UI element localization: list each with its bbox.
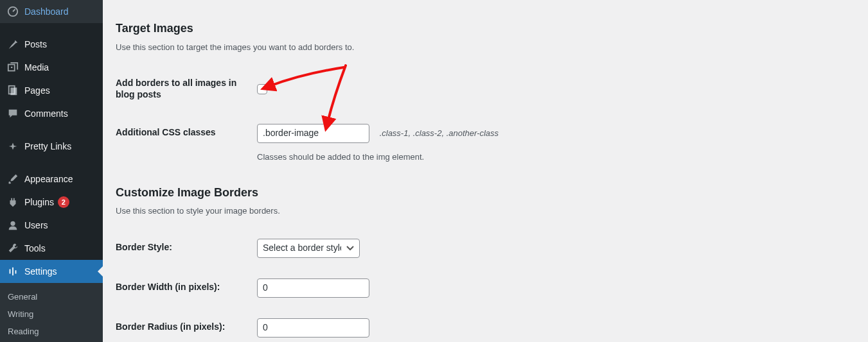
settings-submenu: General Writing Reading Discussion [0,283,103,342]
target-images-table: Add borders to all images in blog posts … [116,64,855,171]
sidebar-item-label: Settings [24,266,57,277]
hint-css-examples: .class-1, .class-2, .another-class [380,128,499,138]
section-heading-customize: Customize Image Borders [116,186,855,200]
checkbox-all-images[interactable] [257,84,267,94]
sidebar-item-settings[interactable]: Settings [0,260,103,283]
comment-icon [6,107,19,120]
section-heading-target: Target Images [116,22,855,35]
sidebar-item-label: Plugins [24,197,54,207]
page-icon [6,84,19,97]
settings-icon [6,265,19,278]
submenu-item-reading[interactable]: Reading [0,323,103,340]
section-desc-target: Use this section to target the images yo… [116,42,855,52]
submenu-label: Reading [8,327,39,336]
dashboard-icon [6,5,19,18]
input-css-classes[interactable] [257,124,369,143]
label-border-style: Border Style: [116,228,251,268]
sidebar-item-label: Pretty Links [24,141,71,151]
user-icon [6,219,19,232]
submenu-label: Writing [8,309,33,319]
sidebar-item-users[interactable]: Users [0,214,103,237]
sidebar-item-media[interactable]: Media [0,56,103,79]
label-add-borders-all: Add borders to all images in blog posts [116,64,251,113]
sidebar-item-label: Media [24,62,49,73]
sidebar-item-appearance[interactable]: Appearance [0,167,103,191]
sidebar-item-dashboard[interactable]: Dashboard [0,0,103,23]
hint-css-note: Classes should be added to the img eleme… [257,152,849,162]
select-border-style[interactable]: Select a border style... [257,239,360,258]
sidebar-item-label: Appearance [24,174,73,184]
sidebar-item-label: Tools [24,243,46,253]
sidebar-item-posts[interactable]: Posts [0,33,103,56]
sidebar-item-pages[interactable]: Pages [0,79,103,102]
sidebar-item-label: Users [24,220,48,230]
sidebar-item-plugins[interactable]: Plugins 2 [0,191,103,214]
input-border-width[interactable] [257,278,369,298]
sidebar-item-label: Dashboard [24,6,69,17]
sidebar-item-label: Comments [24,108,68,119]
submenu-label: General [8,292,37,302]
pin-icon [6,38,19,51]
label-border-radius: Border Radius (in pixels): [116,308,251,342]
section-desc-customize: Use this section to style your image bor… [116,206,855,216]
customize-borders-table: Border Style: Select a border style... B… [116,228,855,342]
submenu-item-writing[interactable]: Writing [0,305,103,323]
sidebar-item-comments[interactable]: Comments [0,102,103,125]
sidebar-item-label: Posts [24,39,47,49]
media-icon [6,61,19,74]
brush-icon [6,173,19,185]
settings-page: Target Images Use this section to target… [103,0,868,342]
input-border-radius[interactable] [257,318,369,338]
svg-point-2 [11,67,13,69]
update-badge: 2 [58,196,69,208]
svg-point-5 [10,221,15,226]
submenu-item-general[interactable]: General [0,288,103,305]
wrench-icon [6,242,19,255]
label-border-width: Border Width (in pixels): [116,268,251,308]
sidebar-item-label: Pages [24,85,50,96]
admin-sidebar: Dashboard Posts Media Pages Comments [0,0,103,342]
label-additional-css: Additional CSS classes [116,114,251,172]
svg-rect-4 [10,88,17,96]
plugin-icon [6,196,19,209]
star-icon [6,140,19,153]
sidebar-item-tools[interactable]: Tools [0,237,103,260]
sidebar-item-pretty-links[interactable]: Pretty Links [0,135,103,158]
